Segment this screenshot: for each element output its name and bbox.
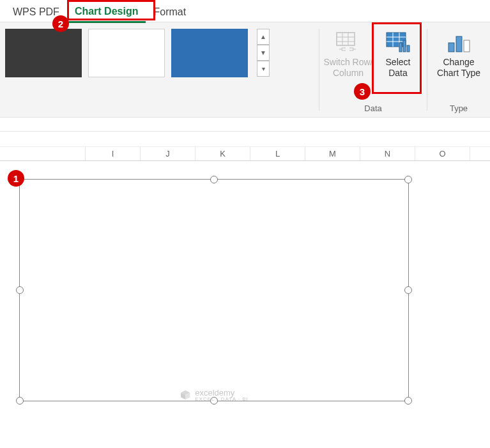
ribbon-group-type: ChangeChart Type Type: [427, 22, 490, 117]
switch-row-column-button: Switch Row/Column: [323, 26, 373, 81]
switch-row-label-2: Column: [333, 68, 364, 78]
change-chart-type-icon: [446, 31, 471, 54]
watermark-cube-icon: [180, 389, 191, 401]
gallery-scroll-up[interactable]: ▲: [257, 29, 270, 45]
select-data-icon: [385, 31, 411, 54]
chart-style-thumb-blue[interactable]: [171, 29, 248, 77]
switch-row-column-icon: [335, 31, 361, 54]
resize-handle-tc[interactable]: [210, 176, 218, 183]
step-badge-2: 2: [52, 15, 69, 32]
formula-bar-strip: [0, 118, 490, 132]
select-data-label-1: Select: [386, 57, 411, 67]
col-hdr-M[interactable]: M: [305, 147, 360, 160]
svg-rect-13: [448, 43, 454, 52]
ribbon-body: ▲ ▼ ▾ Switch Row/Column: [0, 22, 490, 118]
gallery-scroll: ▲ ▼ ▾: [257, 29, 270, 77]
gallery-expand[interactable]: ▾: [257, 61, 270, 77]
resize-handle-bl[interactable]: [16, 397, 24, 405]
change-chart-type-button[interactable]: ChangeChart Type: [431, 26, 486, 81]
watermark-tagline: EXCEL · DATA · BI: [195, 396, 249, 402]
col-hdr-L[interactable]: L: [250, 147, 305, 160]
col-hdr-O[interactable]: O: [415, 147, 470, 160]
svg-rect-14: [456, 36, 462, 52]
watermark: exceldemy EXCEL · DATA · BI: [180, 388, 249, 402]
chart-styles-gallery: ▲ ▼ ▾: [0, 22, 272, 117]
ribbon-group-data: Switch Row/Column SelectData Data: [319, 22, 427, 117]
resize-handle-mr[interactable]: [404, 286, 412, 294]
chart-style-thumb-light[interactable]: [88, 29, 165, 77]
switch-row-label-1: Switch Row/: [323, 57, 372, 67]
svg-rect-11: [403, 40, 406, 52]
col-hdr-I[interactable]: I: [86, 147, 141, 160]
change-type-label-1: Change: [443, 57, 474, 67]
col-hdr-J[interactable]: J: [141, 147, 195, 160]
tab-format[interactable]: Format: [146, 3, 194, 22]
column-headers: I J K L M N O: [0, 147, 490, 161]
col-hdr-blank[interactable]: [0, 147, 86, 160]
group-label-type: Type: [450, 104, 468, 116]
gallery-scroll-down[interactable]: ▼: [257, 45, 270, 61]
resize-handle-br[interactable]: [404, 397, 412, 405]
svg-rect-0: [337, 33, 355, 45]
svg-rect-12: [407, 45, 410, 52]
step-badge-3: 3: [354, 83, 371, 100]
svg-rect-15: [464, 40, 470, 52]
ribbon-tabs: WPS PDF Chart Design Format: [0, 0, 490, 22]
chart-object[interactable]: exceldemy EXCEL · DATA · BI: [19, 179, 409, 401]
resize-handle-tr[interactable]: [404, 176, 412, 183]
col-hdr-K[interactable]: K: [195, 147, 250, 160]
tab-chart-design[interactable]: Chart Design: [67, 2, 146, 23]
chart-style-thumb-dark[interactable]: [5, 29, 82, 77]
change-type-label-2: Chart Type: [437, 68, 480, 78]
select-data-button[interactable]: SelectData: [373, 26, 423, 81]
group-label-data: Data: [364, 104, 381, 116]
col-hdr-N[interactable]: N: [360, 147, 415, 160]
select-data-label-2: Data: [388, 68, 408, 78]
resize-handle-ml[interactable]: [16, 286, 24, 294]
svg-rect-10: [399, 43, 402, 52]
step-badge-1: 1: [8, 170, 24, 187]
worksheet-canvas[interactable]: exceldemy EXCEL · DATA · BI 1: [0, 161, 490, 448]
